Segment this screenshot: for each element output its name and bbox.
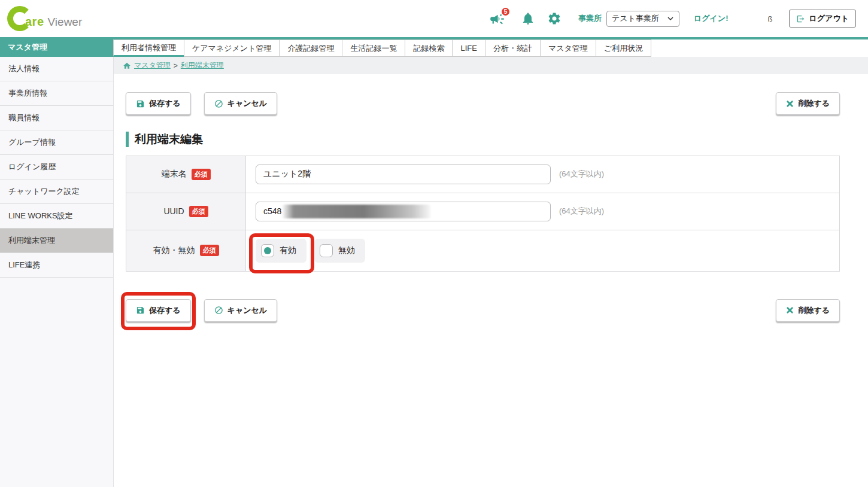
form-row-enabled: 有効・無効 必須 有効 <box>126 230 839 271</box>
enabled-label-cell: 有効・無効 必須 <box>126 230 246 271</box>
device-edit-form: 端末名 必須 (64文字以内) UUID 必須 <box>126 156 840 272</box>
device-name-hint: (64文字以内) <box>559 169 604 179</box>
save-button-wrapper: 保存する <box>126 299 191 322</box>
sidebar-header: マスタ管理 <box>0 37 114 57</box>
cancel-button-label: キャンセル <box>227 305 268 316</box>
breadcrumb-link-device[interactable]: 利用端末管理 <box>181 60 224 71</box>
notification-count-badge: 5 <box>500 7 511 17</box>
main-navbar: マスタ管理 利用者情報管理 ケアマネジメント管理 介護記録管理 生活記録一覧 記… <box>0 37 868 57</box>
content-area: 保存する キャンセル 削除する 利用端末編集 <box>114 74 868 322</box>
office-select-value: テスト事業所 <box>612 13 659 24</box>
redacted-user-text: ß <box>768 14 773 23</box>
tab-master-management[interactable]: マスタ管理 <box>540 39 596 57</box>
required-badge: 必須 <box>200 245 219 256</box>
sidebar-item-life-link[interactable]: LIFE連携 <box>0 253 113 278</box>
breadcrumb: マスタ管理 > 利用端末管理 <box>114 57 868 74</box>
floppy-disk-icon <box>136 306 145 315</box>
required-badge: 必須 <box>192 169 211 180</box>
radio-enabled[interactable] <box>261 244 274 257</box>
device-name-input[interactable] <box>256 165 551 184</box>
cancel-button-bottom[interactable]: キャンセル <box>204 299 278 322</box>
tab-user-info-management[interactable]: 利用者情報管理 <box>113 39 184 57</box>
x-icon <box>786 100 794 108</box>
radio-option-disabled[interactable]: 無効 <box>314 239 365 263</box>
breadcrumb-separator: > <box>174 62 178 70</box>
sidebar-item-line-works-settings[interactable]: LINE WORKS設定 <box>0 204 113 229</box>
save-button-label: 保存する <box>149 305 181 316</box>
required-badge: 必須 <box>189 206 208 217</box>
delete-button-label: 削除する <box>798 98 830 109</box>
breadcrumb-link-master[interactable]: マスタ管理 <box>134 60 171 71</box>
uuid-label-cell: UUID 必須 <box>126 193 246 230</box>
save-button-top[interactable]: 保存する <box>126 92 191 115</box>
exit-icon <box>796 14 805 23</box>
cancel-button-top[interactable]: キャンセル <box>204 92 278 115</box>
delete-button-bottom[interactable]: 削除する <box>776 299 840 322</box>
logout-button[interactable]: ログアウト <box>789 10 856 28</box>
tab-analysis-statistics[interactable]: 分析・統計 <box>485 39 541 57</box>
office-label: 事業所 <box>578 13 602 24</box>
enabled-options-group: 有効 無効 <box>256 239 365 263</box>
tab-life-record-list[interactable]: 生活記録一覧 <box>342 39 405 57</box>
uuid-hint: (64文字以内) <box>559 206 604 217</box>
sidebar: 法人情報 事業所情報 職員情報 グループ情報 ログイン履歴 チャットワーク設定 … <box>0 57 114 487</box>
logo-text-care: are <box>25 15 44 29</box>
nav-tabs: 利用者情報管理 ケアマネジメント管理 介護記録管理 生活記録一覧 記録検索 LI… <box>114 37 651 57</box>
radio-disabled[interactable] <box>320 244 333 257</box>
enabled-label: 有効・無効 <box>153 245 195 256</box>
office-select[interactable]: テスト事業所 <box>606 11 679 27</box>
form-row-uuid: UUID 必須 (64文字以内) <box>126 193 839 230</box>
radio-option-enabled[interactable]: 有効 <box>256 239 306 263</box>
uuid-input-wrapper <box>256 202 551 221</box>
home-icon <box>123 62 131 70</box>
page-title: 利用端末編集 <box>126 132 840 147</box>
cancel-button-label: キャンセル <box>227 98 268 109</box>
bell-icon <box>521 11 535 26</box>
tab-care-management[interactable]: ケアマネジメント管理 <box>184 39 280 57</box>
tab-care-record-management[interactable]: 介護記録管理 <box>279 39 342 57</box>
delete-button-label: 削除する <box>798 305 830 316</box>
tab-life[interactable]: LIFE <box>452 39 485 57</box>
login-user-text: ログイン! <box>694 13 729 24</box>
top-toolbar: 保存する キャンセル 削除する <box>126 92 840 115</box>
tab-usage-status[interactable]: ご利用状況 <box>596 39 651 57</box>
sidebar-item-corporate-info[interactable]: 法人情報 <box>0 57 113 81</box>
device-name-label-cell: 端末名 必須 <box>126 156 246 193</box>
radio-selected-dot <box>264 247 271 254</box>
chevron-down-icon <box>667 15 674 22</box>
device-name-label: 端末名 <box>162 169 187 179</box>
app-header: are Viewer 5 事業所 テスト事業所 ログイン! ß ログ <box>0 0 868 37</box>
radio-disabled-label: 無効 <box>338 245 355 256</box>
enabled-option-wrapper: 有効 <box>256 239 306 263</box>
sidebar-item-login-history[interactable]: ログイン履歴 <box>0 155 113 179</box>
save-button-label: 保存する <box>149 98 181 109</box>
sidebar-item-chatwork-settings[interactable]: チャットワーク設定 <box>0 179 113 204</box>
uuid-input[interactable] <box>256 202 551 221</box>
tab-record-search[interactable]: 記録検索 <box>405 39 453 57</box>
page-body: 法人情報 事業所情報 職員情報 グループ情報 ログイン履歴 チャットワーク設定 … <box>0 57 868 487</box>
gear-icon <box>547 11 562 26</box>
save-button-bottom[interactable]: 保存する <box>126 299 191 322</box>
form-row-device-name: 端末名 必須 (64文字以内) <box>126 156 839 193</box>
delete-button-top[interactable]: 削除する <box>776 92 840 115</box>
x-icon <box>786 306 794 314</box>
care-viewer-logo: are Viewer <box>7 6 82 31</box>
header-controls: 5 事業所 テスト事業所 ログイン! ß ログアウト <box>489 10 856 28</box>
app-window: are Viewer 5 事業所 テスト事業所 ログイン! ß ログ <box>0 0 868 487</box>
radio-enabled-label: 有効 <box>280 245 296 256</box>
main-content: マスタ管理 > 利用端末管理 保存する キャンセル <box>114 57 868 487</box>
uuid-label: UUID <box>163 206 184 216</box>
bottom-toolbar: 保存する キャンセル 削除する <box>126 299 840 322</box>
announcements-button[interactable]: 5 <box>489 11 505 27</box>
floppy-disk-icon <box>136 99 145 108</box>
alerts-button[interactable] <box>521 11 535 26</box>
sidebar-item-device-management[interactable]: 利用端末管理 <box>0 229 113 253</box>
sidebar-item-staff-info[interactable]: 職員情報 <box>0 106 113 130</box>
logout-button-label: ログアウト <box>809 13 849 24</box>
settings-button[interactable] <box>547 11 562 26</box>
sidebar-item-office-info[interactable]: 事業所情報 <box>0 81 113 106</box>
logo-text-viewer: Viewer <box>48 16 83 29</box>
sidebar-item-group-info[interactable]: グループ情報 <box>0 130 113 155</box>
block-icon <box>214 306 223 315</box>
block-icon <box>214 99 223 108</box>
